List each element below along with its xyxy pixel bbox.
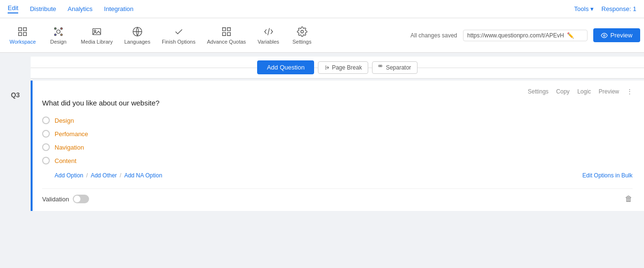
languages-icon [132,26,143,37]
option-label-2: Perfomance [55,130,88,138]
svg-rect-1 [23,27,26,30]
question-text: What did you like about our website? [42,99,633,107]
separator-label: Separator [386,64,411,71]
add-options-row: Add Option / Add Other / Add NA Option E… [42,172,633,179]
workspace-label: Workspace [10,39,36,45]
toolbar-finish-options[interactable]: Finish Options [156,23,201,47]
preview-label: Preview [610,32,633,39]
question-card: Settings Copy Logic Preview ⋮ What did y… [31,81,644,211]
toolbar-variables[interactable]: Variables [252,23,285,47]
media-library-label: Media Library [81,39,113,45]
svg-point-10 [94,30,96,32]
save-status: All changes saved [410,32,457,39]
nav-edit[interactable]: Edit [8,4,18,13]
option-row-3: Navigation [42,143,633,151]
nav-integration[interactable]: Integration [104,5,133,12]
media-library-icon [91,26,102,37]
toolbar-design[interactable]: Design [42,23,75,47]
advance-quotas-icon [221,26,232,37]
variables-label: Variables [258,39,279,45]
validation-toggle[interactable] [73,195,89,203]
top-nav-right: Tools ▾ Response: 1 [574,5,636,12]
delete-question-icon[interactable]: 🗑 [625,195,633,203]
svg-point-7 [55,34,56,35]
radio-option-4[interactable] [42,157,50,164]
separator-button[interactable]: Separator [372,61,418,74]
svg-point-11 [301,30,304,33]
eye-icon [601,32,608,39]
preview-button[interactable]: Preview [593,28,640,42]
add-na-link[interactable]: Add NA Option [124,172,162,179]
svg-point-4 [56,30,60,33]
toolbar-settings[interactable]: Settings [285,23,319,47]
add-question-bar: Add Question Page Break Separator [31,57,644,79]
svg-point-8 [60,34,62,35]
option-label-4: Content [55,157,77,164]
option-label-3: Navigation [55,144,84,151]
workspace-icon [17,26,28,37]
page-break-icon [324,65,330,70]
toolbar-languages[interactable]: Languages [118,23,156,47]
nav-distribute[interactable]: Distribute [30,5,56,12]
option-label-1: Design [55,117,74,124]
action-copy[interactable]: Copy [556,88,570,95]
action-settings[interactable]: Settings [528,88,548,95]
add-other-link[interactable]: Add Other [90,172,117,179]
question-actions: Settings Copy Logic Preview ⋮ [42,88,633,95]
nav-analytics[interactable]: Analytics [68,5,92,12]
validation-toggle-group: Validation [42,195,89,203]
settings-icon [297,26,307,37]
finish-options-label: Finish Options [162,39,195,45]
finish-options-icon [173,26,184,37]
svg-rect-3 [23,32,26,35]
more-options-icon[interactable]: ⋮ [627,88,633,95]
svg-point-5 [60,27,62,29]
svg-rect-0 [19,27,22,30]
design-icon [53,26,64,37]
variables-icon [263,26,274,37]
svg-rect-13 [379,65,380,67]
toolbar-advance-quotas[interactable]: Advance Quotas [201,23,251,47]
radio-option-3[interactable] [42,143,50,151]
toolbar-right-area: All changes saved https://www.questionpr… [410,28,640,42]
tools-dropdown[interactable]: Tools ▾ [574,5,594,12]
top-navigation: Edit Distribute Analytics Integration To… [0,0,644,18]
toolbar-media-library[interactable]: Media Library [75,23,119,47]
response-count[interactable]: Response: 1 [601,5,636,12]
option-row: Design [42,117,633,124]
radio-option-2[interactable] [42,130,50,138]
separator-icon [378,65,384,70]
url-text: https://www.questionpro.com/t/APEvH [467,32,564,39]
edit-bulk-link[interactable]: Edit Options in Bulk [582,172,633,179]
settings-label: Settings [293,39,312,45]
radio-option-1[interactable] [42,117,50,124]
question-sidebar: Q3 [0,53,31,268]
action-preview[interactable]: Preview [599,88,619,95]
svg-point-6 [55,27,56,29]
add-question-button[interactable]: Add Question [257,60,314,74]
page-break-button[interactable]: Page Break [318,61,368,74]
languages-label: Languages [124,39,150,45]
action-logic[interactable]: Logic [577,88,591,95]
separator-slash-2: / [120,172,121,179]
validation-label: Validation [42,196,69,203]
validation-row: Validation 🗑 [42,188,633,203]
url-bar[interactable]: https://www.questionpro.com/t/APEvH ✏️ [463,30,588,41]
svg-point-12 [603,35,605,36]
svg-rect-2 [19,32,22,35]
page-break-label: Page Break [332,64,362,71]
question-number: Q3 [11,91,20,99]
design-label: Design [50,39,67,45]
advance-quotas-label: Advance Quotas [207,39,246,45]
toolbar: Workspace Design Media Library Languages… [0,18,644,53]
option-row-2: Perfomance [42,130,633,138]
toolbar-workspace[interactable]: Workspace [4,23,42,47]
content-area: Add Question Page Break Separator Settin… [31,53,644,268]
url-edit-icon[interactable]: ✏️ [567,32,583,39]
svg-rect-14 [380,65,382,67]
main-layout: Q3 Add Question Page Break Separator [0,53,644,268]
option-row-4: Content [42,157,633,164]
separator-slash-1: / [86,172,88,179]
add-option-link[interactable]: Add Option [55,172,83,179]
